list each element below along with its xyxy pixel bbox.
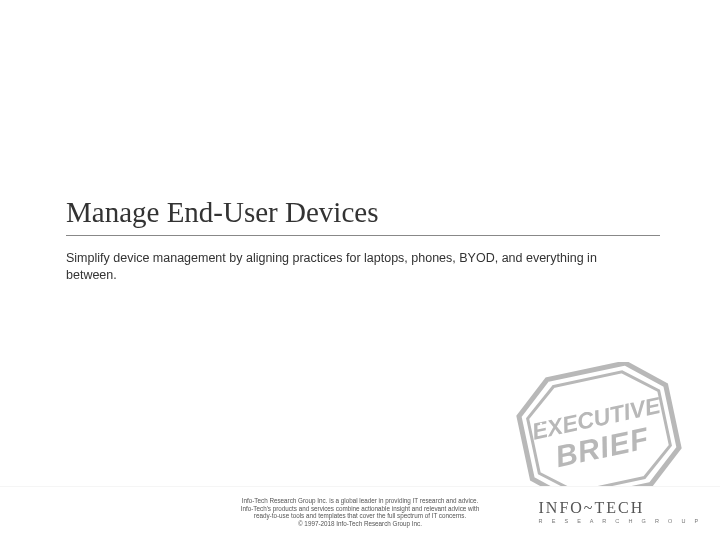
footer: Info-Tech Research Group Inc. is a globa… <box>0 486 720 540</box>
logo-sub: R E S E A R C H G R O U P <box>539 518 702 524</box>
svg-marker-0 <box>514 362 684 502</box>
svg-point-3 <box>655 438 658 441</box>
footer-line2: Info-Tech's products and services combin… <box>170 505 550 513</box>
title-block: Manage End-User Devices Simplify device … <box>66 196 660 284</box>
subtitle: Simplify device management by aligning p… <box>66 250 606 284</box>
logo-main: INFO~TECH <box>539 499 702 517</box>
svg-point-2 <box>540 422 543 425</box>
svg-point-4 <box>594 483 596 485</box>
title-rule <box>66 235 660 236</box>
footer-line3: ready-to-use tools and templates that co… <box>170 512 550 520</box>
svg-point-5 <box>623 379 626 382</box>
stamp-line1: EXECUTIVE <box>530 392 664 445</box>
stamp-line2: BRIEF <box>552 421 652 473</box>
page-title: Manage End-User Devices <box>66 196 660 229</box>
footer-line4: © 1997-2018 Info-Tech Research Group Inc… <box>170 520 550 528</box>
footer-line1: Info-Tech Research Group Inc. is a globa… <box>170 497 550 505</box>
slide: Manage End-User Devices Simplify device … <box>0 0 720 540</box>
executive-brief-stamp: EXECUTIVE BRIEF <box>514 362 684 502</box>
footer-logo: INFO~TECH R E S E A R C H G R O U P <box>539 499 702 524</box>
footer-text: Info-Tech Research Group Inc. is a globa… <box>170 497 550 527</box>
svg-marker-1 <box>522 365 676 499</box>
